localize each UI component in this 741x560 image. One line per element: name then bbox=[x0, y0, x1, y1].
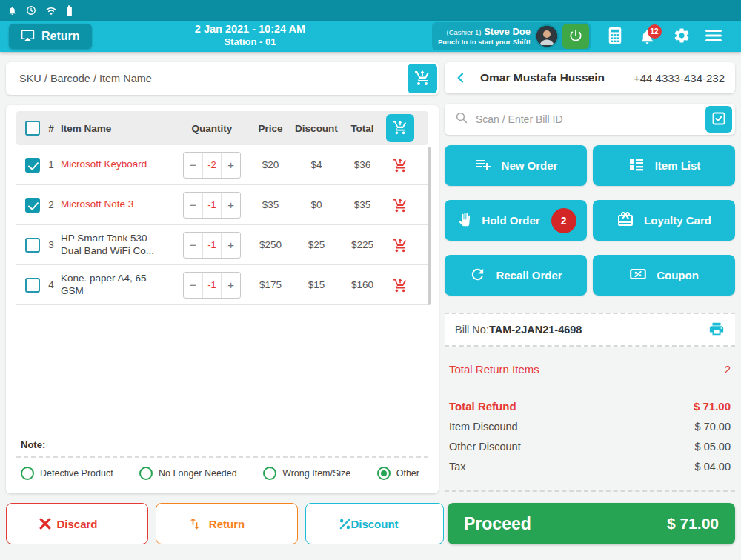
bill-id-input[interactable] bbox=[468, 113, 705, 125]
item-total: $225 bbox=[341, 239, 384, 250]
decrement-button[interactable]: − bbox=[184, 233, 202, 258]
col-index: # bbox=[41, 123, 61, 134]
quantity-stepper: − -1 + bbox=[183, 272, 241, 299]
punch-in-power-button[interactable] bbox=[562, 24, 589, 49]
item-price: $250 bbox=[249, 239, 292, 250]
increment-button[interactable]: + bbox=[222, 193, 240, 218]
table-scrollbar[interactable] bbox=[428, 147, 431, 305]
col-price: Price bbox=[249, 123, 292, 134]
item-name: HP Smart Tank 530 Dual Band WiFi Co... bbox=[61, 233, 175, 258]
summary-value: 2 bbox=[725, 363, 731, 376]
sku-search-card bbox=[6, 62, 439, 95]
table-row: 1 Microsoft Keyboard − -2 + $20 $4 $36 bbox=[16, 145, 428, 185]
menu-button[interactable] bbox=[702, 25, 725, 47]
remove-from-return-button[interactable] bbox=[384, 237, 416, 253]
battery-status-icon bbox=[66, 5, 73, 16]
summary-label: Total Return Items bbox=[449, 363, 539, 376]
x-icon bbox=[38, 516, 53, 531]
android-status-bar bbox=[0, 0, 741, 21]
remove-from-return-button[interactable] bbox=[384, 277, 416, 293]
back-chevron-icon[interactable] bbox=[455, 72, 467, 84]
total-return-items-row: Total Return Items 2 bbox=[449, 363, 731, 376]
summary-label: Other Discount bbox=[449, 441, 521, 453]
proceed-button[interactable]: Proceed $ 71.00 bbox=[448, 503, 735, 544]
total-refund-row: Total Refund $ 71.00 bbox=[449, 400, 731, 413]
summary-label: Tax bbox=[449, 461, 466, 473]
coupon-button[interactable]: Coupon bbox=[593, 255, 735, 296]
note-section: Note: Defective Product No Longer Needed… bbox=[16, 439, 428, 489]
tax-row: Tax $ 04.00 bbox=[449, 461, 731, 473]
item-total: $160 bbox=[341, 279, 384, 290]
radio-other[interactable]: Other bbox=[377, 467, 419, 480]
remove-from-return-button[interactable] bbox=[384, 197, 416, 213]
hand-icon bbox=[455, 211, 472, 230]
other-discount-row: Other Discount $ 05.00 bbox=[449, 441, 731, 453]
remove-from-return-button[interactable] bbox=[384, 157, 416, 173]
table-row: 4 Kone. paper A4, 65 GSM − -1 + $175 $15… bbox=[16, 265, 428, 305]
gift-card-icon bbox=[617, 210, 634, 230]
item-list-button[interactable]: Item List bbox=[593, 145, 735, 186]
action-label: Hold Order bbox=[482, 214, 539, 227]
increment-button[interactable]: + bbox=[222, 273, 240, 298]
discount-button[interactable]: Discount bbox=[305, 503, 444, 544]
print-button[interactable] bbox=[708, 321, 725, 339]
cashier-prefix: (Cashier 1) bbox=[447, 28, 482, 36]
decrement-button[interactable]: − bbox=[184, 193, 202, 218]
search-icon bbox=[455, 111, 468, 127]
item-name: Microsoft Keyboard bbox=[61, 159, 175, 171]
add-return-item-button[interactable] bbox=[408, 64, 437, 93]
row-index: 4 bbox=[41, 279, 61, 290]
power-icon bbox=[568, 28, 583, 45]
row-checkbox[interactable] bbox=[25, 278, 40, 293]
table-row: 2 Microsoft Note 3 − -1 + $35 $0 $35 bbox=[16, 185, 428, 225]
percent-icon bbox=[337, 516, 353, 532]
row-checkbox[interactable] bbox=[25, 158, 40, 173]
sku-search-input[interactable] bbox=[6, 73, 408, 84]
col-quantity: Quantity bbox=[175, 123, 249, 134]
notifications-button[interactable]: 12 bbox=[636, 25, 658, 47]
increment-button[interactable]: + bbox=[222, 233, 240, 258]
item-discount: $15 bbox=[292, 279, 341, 290]
cashier-chip[interactable]: (Cashier 1) Steve Doe Punch In to start … bbox=[432, 22, 591, 50]
recall-order-button[interactable]: Recall Order bbox=[445, 255, 587, 296]
return-mode-label: Return bbox=[41, 30, 80, 43]
quantity-value: -1 bbox=[202, 233, 222, 258]
discount-label: Discount bbox=[350, 518, 398, 530]
confirm-bill-button[interactable] bbox=[705, 106, 732, 133]
select-all-checkbox[interactable] bbox=[25, 121, 40, 136]
row-index: 1 bbox=[41, 159, 61, 170]
decrement-button[interactable]: − bbox=[184, 273, 202, 298]
punch-in-hint: Punch In to start your Shift! bbox=[438, 38, 531, 47]
cashier-name: Steve Doe bbox=[484, 26, 531, 37]
table-row: 3 HP Smart Tank 530 Dual Band WiFi Co...… bbox=[16, 225, 428, 265]
new-order-button[interactable]: New Order bbox=[445, 145, 587, 186]
row-checkbox[interactable] bbox=[25, 238, 40, 253]
radio-label: Wrong Item/Size bbox=[282, 468, 350, 479]
header-cart-button[interactable] bbox=[386, 114, 414, 142]
row-checkbox[interactable] bbox=[25, 198, 40, 213]
return-button[interactable]: Return bbox=[156, 503, 298, 544]
loyalty-card-button[interactable]: Loyalty Card bbox=[593, 200, 735, 241]
hold-order-button[interactable]: Hold Order 2 bbox=[445, 200, 587, 241]
action-label: Recall Order bbox=[496, 269, 562, 281]
cart-return-icon bbox=[413, 69, 431, 89]
action-label: New Order bbox=[502, 159, 558, 172]
note-label: Note: bbox=[16, 439, 428, 450]
notifications-status-icon bbox=[7, 5, 17, 16]
radio-wrong-item-size[interactable]: Wrong Item/Size bbox=[263, 467, 350, 480]
row-index: 2 bbox=[41, 199, 61, 210]
proceed-amount: $ 71.00 bbox=[667, 515, 719, 533]
discard-button[interactable]: Discard bbox=[6, 503, 148, 544]
calculator-button[interactable] bbox=[604, 25, 626, 47]
radio-defective-product[interactable]: Defective Product bbox=[21, 467, 113, 480]
radio-no-longer-needed[interactable]: No Longer Needed bbox=[139, 467, 237, 480]
settings-button[interactable] bbox=[671, 25, 693, 47]
return-items-card: # Item Name Quantity Price Discount Tota… bbox=[6, 105, 439, 493]
decrement-button[interactable]: − bbox=[184, 153, 202, 178]
action-label: Coupon bbox=[657, 269, 699, 281]
return-mode-button[interactable]: Return bbox=[9, 24, 92, 49]
increment-button[interactable]: + bbox=[222, 153, 240, 178]
item-discount: $4 bbox=[292, 159, 341, 170]
quantity-stepper: − -1 + bbox=[183, 232, 241, 259]
item-discount-row: Item Discound $ 70.00 bbox=[449, 421, 731, 433]
